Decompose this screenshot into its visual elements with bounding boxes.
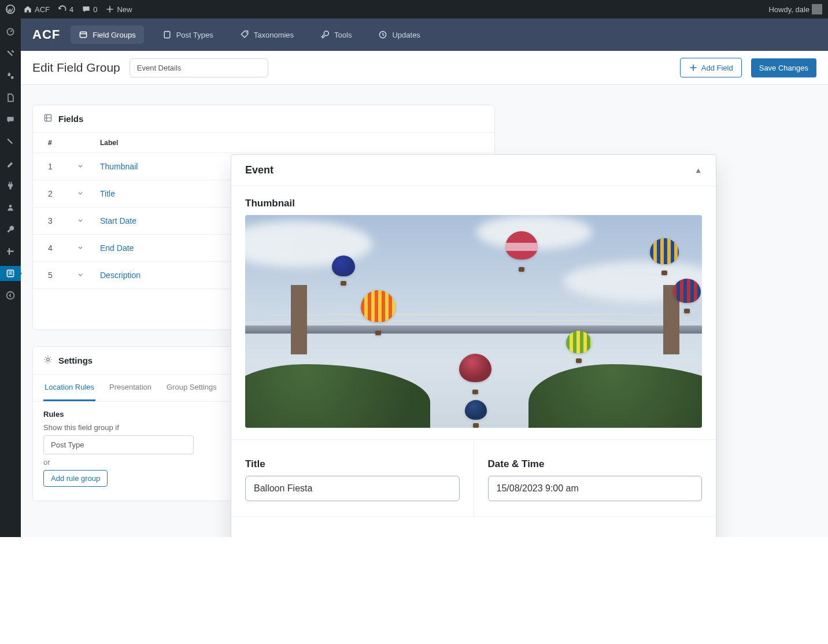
wp-sidebar (0, 18, 21, 537)
svg-point-3 (9, 205, 12, 208)
event-editor-panel: Event ▲ Thumbnail (231, 154, 716, 537)
tab-presentation[interactable]: Presentation (108, 375, 153, 401)
menu-post-type-icon[interactable] (0, 134, 21, 149)
row-order: 1 (48, 162, 77, 171)
field-group-name-input[interactable] (130, 58, 268, 77)
nav-post-types[interactable]: Post Types (154, 25, 221, 44)
chevron-down-icon[interactable] (77, 243, 100, 253)
add-field-button[interactable]: Add Field (680, 58, 742, 77)
svg-rect-10 (80, 32, 87, 38)
svg-rect-7 (9, 272, 12, 273)
row-order: 3 (48, 216, 77, 225)
title-label: Title (245, 458, 460, 470)
event-title-input[interactable] (245, 476, 460, 501)
new-link[interactable]: New (105, 5, 132, 14)
thumbnail-image[interactable] (245, 215, 702, 428)
nav-tools[interactable]: Tools (312, 25, 360, 44)
chevron-down-icon[interactable] (77, 271, 100, 280)
chevron-down-icon[interactable] (77, 162, 100, 171)
save-changes-button[interactable]: Save Changes (751, 58, 816, 77)
row-order: 4 (48, 243, 77, 253)
description-label: Description (245, 535, 702, 537)
menu-dashboard-icon[interactable] (0, 24, 21, 39)
field-label-link[interactable]: Title (100, 189, 115, 198)
menu-appearance-icon[interactable] (0, 156, 21, 171)
event-date-input[interactable] (488, 476, 703, 501)
thumbnail-label: Thumbnail (245, 198, 702, 209)
svg-rect-4 (7, 250, 13, 251)
svg-point-9 (7, 292, 14, 299)
field-label-link[interactable]: Description (100, 271, 141, 280)
menu-collapse-icon[interactable] (0, 288, 21, 303)
date-label: Date & Time (488, 458, 703, 470)
menu-plugins-icon[interactable] (0, 178, 21, 193)
tab-group-settings[interactable]: Group Settings (165, 375, 218, 401)
updates-link[interactable]: 4 (58, 5, 73, 14)
menu-users-icon[interactable] (0, 200, 21, 215)
page-header: Edit Field Group Add Field Save Changes (21, 51, 828, 85)
menu-pages-icon[interactable] (0, 90, 21, 105)
wp-admin-bar: ACF 4 0 New Howdy, dale (0, 0, 828, 18)
event-heading: Event (245, 164, 273, 176)
nav-field-groups[interactable]: Field Groups (71, 25, 143, 44)
settings-heading: Settings (58, 356, 93, 365)
svg-rect-5 (9, 248, 10, 254)
acf-logo: ACF (32, 27, 60, 42)
site-link[interactable]: ACF (23, 5, 50, 14)
nav-updates[interactable]: Updates (370, 25, 428, 44)
svg-point-15 (47, 358, 50, 361)
menu-acf-icon[interactable] (0, 266, 21, 281)
row-order: 5 (48, 271, 77, 280)
add-rule-group-button[interactable]: Add rule group (43, 470, 108, 487)
howdy-user[interactable]: Howdy, dale (768, 4, 822, 14)
nav-taxonomies[interactable]: Taxonomies (232, 25, 302, 44)
field-label-link[interactable]: End Date (100, 243, 134, 253)
field-label-link[interactable]: Thumbnail (100, 162, 138, 171)
menu-settings-icon[interactable] (0, 244, 21, 259)
field-label-link[interactable]: Start Date (100, 216, 136, 225)
col-order: # (48, 139, 77, 147)
avatar (812, 4, 822, 14)
collapse-icon[interactable]: ▲ (694, 166, 702, 175)
menu-posts-icon[interactable] (0, 46, 21, 61)
svg-point-12 (246, 32, 247, 34)
menu-comments-icon[interactable] (0, 112, 21, 127)
tab-location-rules[interactable]: Location Rules (43, 375, 95, 401)
chevron-down-icon[interactable] (77, 216, 100, 225)
wp-logo-icon[interactable] (6, 5, 15, 14)
fields-icon (43, 113, 53, 124)
page-title: Edit Field Group (32, 61, 120, 75)
col-label: Label (100, 139, 118, 147)
menu-media-icon[interactable] (0, 68, 21, 83)
menu-tools-icon[interactable] (0, 222, 21, 237)
svg-rect-8 (9, 273, 12, 275)
chevron-down-icon[interactable] (77, 189, 100, 198)
comments-link[interactable]: 0 (82, 5, 97, 14)
rule-select[interactable]: Post Type (43, 435, 194, 454)
fields-heading: Fields (58, 114, 83, 124)
svg-rect-11 (164, 31, 170, 38)
svg-point-2 (11, 76, 14, 79)
row-order: 2 (48, 189, 77, 198)
gear-icon (43, 355, 53, 366)
acf-topbar: ACF Field Groups Post Types Taxonomies T… (21, 18, 828, 51)
